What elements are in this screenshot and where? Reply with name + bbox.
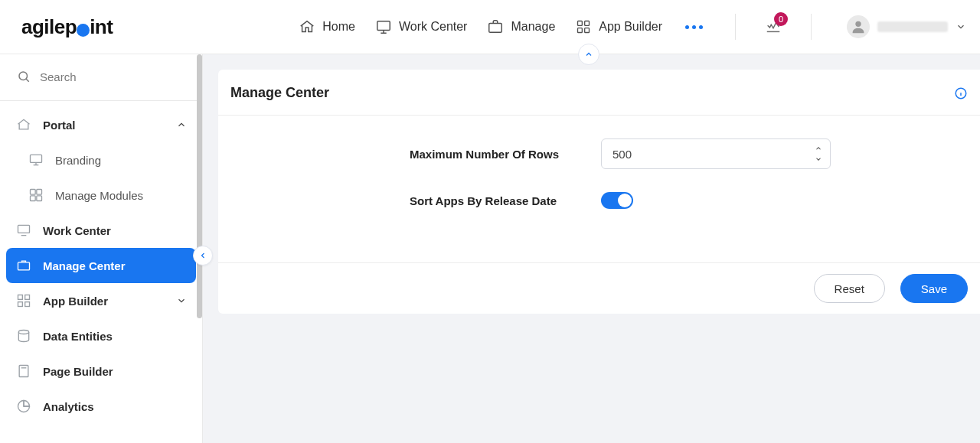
monitor-icon (375, 18, 392, 35)
logo-dot-icon (77, 24, 90, 37)
sidebar-item-branding[interactable]: Branding (6, 142, 196, 178)
logo-text-b: int (90, 15, 113, 39)
max-rows-input-wrapper (601, 138, 831, 169)
user-name-label (877, 21, 948, 32)
sidebar-item-data-entities[interactable]: Data Entities (6, 318, 196, 353)
brand-logo: agilepint (21, 15, 113, 39)
search-icon (17, 70, 31, 83)
card-footer: Reset Save (218, 262, 980, 314)
svg-rect-20 (19, 366, 28, 377)
sidebar-item-manage-center[interactable]: Manage Center (6, 248, 196, 283)
chevron-down-icon (176, 295, 187, 306)
monitor-icon (15, 222, 32, 239)
sidebar-item-work-center[interactable]: Work Center (6, 213, 196, 248)
database-icon (15, 327, 32, 344)
sidebar-item-label: App Builder (43, 295, 108, 308)
svg-rect-1 (489, 23, 502, 32)
nav-separator-2 (811, 14, 812, 40)
max-rows-input[interactable] (612, 148, 812, 161)
briefcase-icon (15, 257, 32, 274)
nav-manage-label: Manage (511, 20, 555, 34)
nav-more-button[interactable] (682, 25, 706, 29)
logo-text-a: agilep (21, 15, 77, 39)
svg-point-19 (18, 331, 28, 334)
chevron-up-icon (176, 119, 187, 130)
sidebar-item-page-builder[interactable]: Page Builder (6, 353, 196, 389)
form-body: Maximum Number Of Rows Sort Apps By Rele… (218, 116, 980, 262)
step-up-button[interactable] (812, 143, 825, 154)
svg-rect-2 (578, 21, 583, 26)
save-button[interactable]: Save (900, 274, 968, 303)
svg-rect-11 (31, 196, 36, 201)
nav-manage[interactable]: Manage (487, 18, 555, 35)
settings-card: Manage Center Maximum Number Of Rows (218, 70, 980, 314)
nav-app-builder-label: App Builder (599, 20, 662, 34)
sort-apps-label: Sort Apps By Release Date (234, 194, 601, 207)
sidebar-collapse-button[interactable] (193, 246, 213, 265)
info-button[interactable] (954, 86, 968, 100)
svg-rect-5 (585, 28, 590, 33)
quantity-stepper (812, 143, 825, 164)
nav-app-builder[interactable]: App Builder (575, 18, 662, 35)
settings-sidebar: Search Portal Branding (0, 54, 203, 443)
nav-work-center[interactable]: Work Center (375, 18, 468, 35)
nav-work-center-label: Work Center (399, 20, 468, 34)
avatar-icon (847, 15, 870, 38)
svg-rect-3 (585, 21, 590, 26)
pie-chart-icon (15, 398, 32, 415)
home-outline-icon (15, 116, 32, 133)
sidebar-search-placeholder: Search (40, 70, 77, 83)
svg-rect-12 (37, 196, 42, 201)
chevron-down-icon (956, 21, 966, 32)
svg-rect-9 (31, 190, 36, 195)
sidebar-item-label: Work Center (43, 224, 111, 237)
top-navbar: agilepint Home Work Center Manage App Bu (0, 0, 980, 54)
page-title: Manage Center (230, 85, 329, 101)
nav-home-label: Home (322, 20, 355, 34)
notification-badge: 0 (774, 12, 788, 26)
card-header: Manage Center (218, 70, 980, 116)
svg-rect-16 (25, 295, 30, 300)
sidebar-item-label: Page Builder (43, 365, 113, 378)
nav-home[interactable]: Home (299, 18, 355, 35)
max-rows-label: Maximum Number Of Rows (234, 148, 601, 161)
svg-rect-18 (25, 302, 30, 307)
svg-rect-4 (578, 28, 583, 33)
notifications-button[interactable]: 0 (765, 18, 782, 35)
reset-button[interactable]: Reset (814, 274, 885, 303)
grid-icon (575, 18, 592, 35)
svg-rect-17 (18, 302, 23, 307)
sidebar-item-app-builder[interactable]: App Builder (6, 283, 196, 318)
svg-rect-13 (18, 225, 30, 233)
svg-rect-14 (18, 262, 30, 270)
sidebar-item-manage-modules[interactable]: Manage Modules (6, 178, 196, 213)
svg-rect-15 (18, 295, 23, 300)
sidebar-item-label: Analytics (43, 400, 94, 413)
module-icon (28, 187, 44, 204)
nav-separator (735, 14, 736, 40)
collapse-up-button[interactable] (578, 44, 599, 65)
toggle-knob (618, 194, 632, 207)
sidebar-item-label: Data Entities (43, 330, 113, 343)
presentation-icon (28, 151, 44, 168)
sort-apps-toggle[interactable] (601, 192, 633, 209)
row-max-rows: Maximum Number Of Rows (234, 138, 965, 169)
sidebar-item-portal[interactable]: Portal (6, 107, 196, 142)
primary-nav: Home Work Center Manage App Builder (299, 14, 966, 40)
sidebar-search[interactable]: Search (0, 54, 202, 100)
svg-rect-10 (37, 190, 42, 195)
main-content: Manage Center Maximum Number Of Rows (203, 54, 980, 443)
sidebar-item-label: Manage Center (43, 259, 126, 272)
step-down-button[interactable] (812, 154, 825, 164)
sidebar-scrollbar[interactable] (197, 54, 202, 318)
svg-point-7 (19, 72, 28, 80)
row-sort-apps: Sort Apps By Release Date (234, 192, 965, 209)
user-menu[interactable] (847, 15, 966, 38)
sidebar-item-label: Manage Modules (55, 189, 143, 202)
briefcase-icon (487, 18, 504, 35)
sidebar-item-analytics[interactable]: Analytics (6, 389, 196, 424)
sidebar-item-label: Branding (55, 154, 101, 167)
home-icon (299, 18, 315, 35)
grid-icon (15, 292, 32, 309)
page-icon (15, 363, 32, 379)
